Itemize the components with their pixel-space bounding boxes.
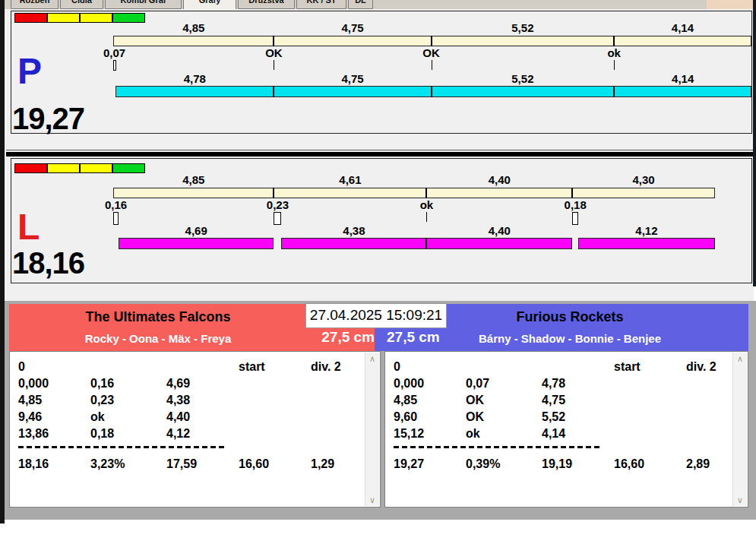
table-total-cell: 3,23%: [90, 457, 125, 472]
marker-label: 0,18: [549, 199, 602, 211]
marker-label: 0,07: [88, 47, 141, 59]
tab-kombi-graf[interactable]: Kombi Graf: [105, 0, 182, 9]
tab-dru-stv-[interactable]: Družstvá: [238, 0, 295, 9]
dog-divider: [431, 86, 432, 97]
marker-tick: [274, 60, 274, 70]
team-right-members: Bárny - Shadow - Bonnie - Benjee: [410, 330, 729, 348]
split-time-label: 4,61: [274, 174, 426, 186]
marker-label: OK: [405, 47, 458, 59]
background-window-area: [707, 0, 754, 9]
table-cell: 0,18: [90, 426, 114, 441]
table-total-cell: 16,60: [239, 457, 269, 472]
scroll-up-icon[interactable]: ∧: [365, 353, 379, 365]
table-cell: 13,86: [18, 426, 49, 441]
window-right-edge: [753, 0, 756, 286]
table-total-cell: 0,39%: [466, 457, 500, 472]
table-cell: 4,12: [166, 426, 190, 441]
results-table-left: ∧ ∨ 0startdiv. 20,0000,164,694,850,234,3…: [9, 351, 381, 508]
dog-time-label: 4,40: [426, 225, 572, 237]
marker-fault-box: [274, 212, 281, 225]
dog-time-label: 4,12: [578, 225, 715, 237]
lane-letter-p: P: [17, 53, 42, 90]
tab-bar: RozbehČidlaKombi GrafGrafyDružstváKK / S…: [5, 0, 754, 9]
marker-label: 0,16: [89, 199, 142, 211]
lane-box-P: P 19,27 4,854,755,524,140,07OKOKok4,784,…: [11, 11, 752, 134]
flag-strip-cell: [14, 163, 47, 173]
dog-time-label: 4,38: [281, 225, 426, 237]
table-cell: 4,85: [394, 393, 417, 408]
table-total-cell: 19,27: [394, 457, 424, 472]
split-time-label: 4,75: [274, 22, 431, 34]
table-total-cell: 17,59: [166, 457, 197, 472]
split-time-label: 4,85: [113, 22, 274, 34]
marker-tick: [432, 60, 432, 70]
table-cell: 4,85: [18, 393, 42, 408]
table-total-cell: 1,29: [311, 457, 334, 472]
table-cell: 4,14: [542, 426, 565, 441]
dog-time-label: 4,75: [274, 73, 431, 85]
table-cell: 0,000: [18, 376, 49, 391]
dog-bar-P: [115, 86, 751, 97]
split-divider: [273, 36, 274, 46]
table-total-cell: 16,60: [614, 457, 644, 472]
flag-strip-cell: [47, 163, 80, 173]
marker-fault-box: [572, 212, 578, 225]
flag-strip-cell: [14, 13, 47, 23]
totals-divider: [394, 446, 600, 448]
lane-total-l: 18,16: [12, 248, 84, 278]
split-time-label: 4,30: [572, 174, 714, 186]
team-left-name: The Ultimates Falcons: [9, 307, 307, 327]
split-divider: [273, 188, 274, 198]
flag-strip-cell: [112, 163, 145, 173]
lane-separator-bar: [6, 152, 754, 157]
split-time-label: 4,14: [614, 22, 751, 34]
marker-label: ok: [587, 47, 641, 59]
tab-rozbeh[interactable]: Rozbeh: [11, 0, 59, 9]
table-cell: 4,75: [542, 393, 565, 408]
table-cell: 9,60: [394, 410, 417, 425]
marker-fault-box: [113, 212, 119, 225]
table-cell: 4,38: [166, 393, 190, 408]
table-cell: 4,78: [542, 376, 565, 391]
scroll-down-icon[interactable]: ∨: [365, 494, 379, 506]
tab-grafy[interactable]: Grafy: [183, 0, 236, 9]
tab--idla[interactable]: Čidla: [60, 0, 103, 9]
table-cell: 0,000: [394, 376, 424, 391]
marker-label: OK: [247, 47, 300, 59]
table-total-cell: 19,19: [542, 457, 572, 472]
team-right-name: Furious Rockets: [425, 307, 714, 327]
lane-letter-l: L: [17, 209, 40, 245]
team-left-jump-height: 27,5 cm: [308, 328, 378, 346]
tab-dl[interactable]: DL: [348, 0, 373, 9]
tab-kk-st[interactable]: KK / ST: [296, 0, 346, 9]
results-table-right: ∧ ∨ 0startdiv. 20,0000,074,784,85OK4,759…: [384, 351, 748, 508]
table-cell: 9,46: [18, 410, 42, 425]
dog-time-label: 4,14: [614, 73, 751, 85]
table-cell: OK: [466, 393, 484, 408]
table-header-cell: start: [614, 359, 641, 375]
dog-bar-L: [578, 238, 715, 249]
table-cell: ok: [466, 426, 480, 441]
dog-divider: [273, 86, 274, 97]
split-bar-L: [113, 188, 715, 198]
vertical-scrollbar[interactable]: ∧ ∨: [365, 353, 379, 506]
team-left-members: Rocky - Oona - Mäx - Freya: [9, 330, 307, 348]
dog-divider: [425, 238, 427, 249]
table-cell: OK: [466, 410, 484, 425]
lane-box-L: L 18,16 4,854,614,404,300,160,23ok0,184,…: [11, 158, 752, 283]
dog-time-label: 4,78: [115, 73, 274, 85]
dog-time-label: 4,69: [119, 225, 274, 237]
flag-strip-cell: [80, 13, 112, 23]
table-cell: 0,16: [90, 376, 114, 391]
table-cell: 15,12: [394, 426, 424, 441]
marker-label: 0,23: [251, 199, 304, 211]
dog-divider: [613, 86, 615, 97]
marker-tick: [614, 60, 615, 70]
dog-time-label: 5,52: [432, 73, 615, 85]
scroll-up-icon[interactable]: ∧: [733, 353, 747, 365]
totals-divider: [18, 446, 225, 448]
vertical-scrollbar[interactable]: ∧ ∨: [732, 353, 747, 506]
flag-strip-cell: [80, 163, 112, 173]
table-total-cell: 2,89: [686, 457, 710, 472]
scroll-down-icon[interactable]: ∨: [733, 494, 747, 506]
